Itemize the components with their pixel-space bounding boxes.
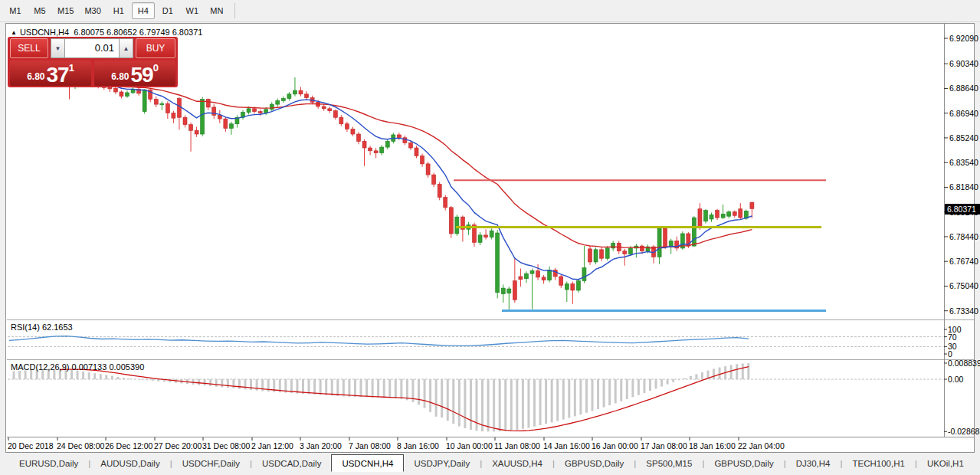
ask-price-sup: 0 bbox=[153, 61, 159, 74]
chart-tab-sp500[interactable]: SP500,M15 bbox=[636, 454, 702, 472]
bid-price-panel[interactable]: 6.80371 bbox=[10, 61, 91, 86]
volume-increase-button[interactable]: ▲ bbox=[119, 38, 133, 58]
chart-tab-xauusd[interactable]: XAUUSD,H4 bbox=[482, 454, 552, 472]
bid-price-prefix: 6.80 bbox=[27, 71, 44, 85]
chart-tab-usdcad[interactable]: USDCAD,Daily bbox=[252, 454, 331, 472]
bid-price-sup: 1 bbox=[69, 61, 74, 74]
chevron-up-icon: ▲ bbox=[123, 45, 129, 52]
chart-tab-gbpusd[interactable]: GBPUSD,Daily bbox=[704, 454, 783, 472]
chart-tab-usdchf[interactable]: USDCHF,Daily bbox=[172, 454, 250, 472]
chart-tab-audusd[interactable]: AUDUSD,Daily bbox=[90, 454, 169, 472]
ask-price-big: 59 bbox=[130, 64, 152, 85]
chart-tab-usdjpy[interactable]: USDJPY,Daily bbox=[404, 454, 480, 472]
ask-price-prefix: 6.80 bbox=[111, 71, 129, 85]
buy-button[interactable]: BUY bbox=[136, 38, 175, 58]
tab-scroll-controls: |◂▸ bbox=[974, 454, 980, 472]
chart-tab-eurusd[interactable]: EURUSD,Daily bbox=[9, 454, 88, 472]
chart-tabs-bar: EURUSD,Daily|AUDUSD,Daily|USDCHF,Daily|U… bbox=[0, 454, 980, 472]
chart-tab-usdcnh-active[interactable]: USDCNH,H4 bbox=[331, 454, 404, 472]
bid-price-big: 37 bbox=[46, 64, 68, 85]
volume-input[interactable]: 0.01 bbox=[65, 38, 119, 58]
chart-tab-ukoil[interactable]: UKOil,H1 bbox=[917, 454, 974, 472]
volume-spinner: ▼ 0.01 ▲ bbox=[51, 38, 133, 58]
chart-tab-dj30[interactable]: DJ30,H4 bbox=[786, 454, 841, 472]
one-click-trading-panel: SELL ▼ 0.01 ▲ BUY 6.80371 6.80590 bbox=[8, 37, 178, 87]
sell-button[interactable]: SELL bbox=[10, 38, 48, 58]
volume-decrease-button[interactable]: ▼ bbox=[51, 38, 65, 58]
chart-tab-tech100[interactable]: TECH100,H1 bbox=[842, 454, 914, 472]
chevron-down-icon: ▼ bbox=[55, 45, 61, 52]
ask-price-panel[interactable]: 6.80590 bbox=[94, 61, 175, 86]
chart-tab-gbpusd[interactable]: GBPUSD,Daily bbox=[555, 454, 634, 472]
